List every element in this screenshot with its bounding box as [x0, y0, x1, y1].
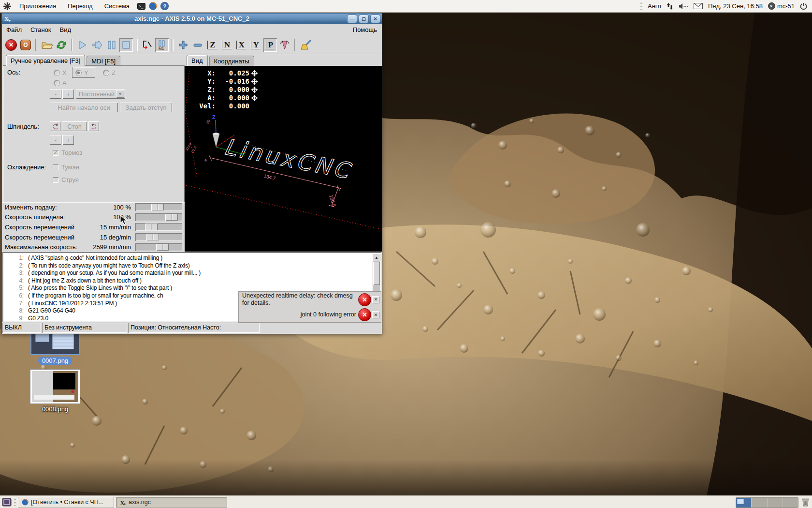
jog-minus-button[interactable]: -	[50, 89, 61, 99]
brake-checkbox[interactable]: ✓ Тормоз	[53, 149, 82, 156]
view-y-button[interactable]: Y	[249, 38, 262, 52]
clock-applet[interactable]: Пнд, 23 Сен, 16:58	[708, 2, 763, 10]
stop-button[interactable]	[119, 38, 133, 52]
maximize-button[interactable]: ▢	[359, 15, 369, 23]
gcode-line[interactable]: 2:( To run this code anyway you might ha…	[3, 262, 372, 270]
feed-override-slider[interactable]	[135, 203, 182, 211]
menu-help[interactable]: Помощь	[348, 24, 382, 36]
jog-increment-select[interactable]: Постоянный ▼	[76, 89, 125, 99]
menu-applications[interactable]: Приложения	[14, 0, 62, 12]
radio-axis-a[interactable]: A	[54, 79, 67, 87]
status-machine-state: ВЫКЛ	[2, 323, 41, 333]
menu-file[interactable]: Файл	[2, 24, 26, 36]
home-axis-button[interactable]: Найти начало оси	[50, 103, 118, 112]
run-button[interactable]	[76, 38, 89, 52]
help-launcher[interactable]: ?	[160, 1, 169, 11]
slider-handle[interactable]	[145, 224, 158, 230]
mail-icon[interactable]	[694, 3, 703, 9]
tab-manual-control[interactable]: Ручное управление [F3]	[6, 55, 85, 66]
scrollbar-thumb[interactable]	[373, 262, 380, 285]
separator	[35, 39, 37, 51]
workspace-switcher	[736, 497, 798, 508]
menu-places[interactable]: Переход	[62, 0, 99, 12]
main-menu-icon[interactable]	[3, 2, 12, 11]
open-file-button[interactable]	[40, 38, 54, 52]
optional-stop-button[interactable]: M1	[155, 38, 169, 52]
view-z-rotated-button[interactable]: N	[220, 38, 233, 52]
spindle-cw-button[interactable]	[88, 121, 99, 131]
radio-axis-z[interactable]: Z	[103, 69, 116, 76]
slider-handle[interactable]	[151, 204, 164, 210]
toggle-skip-lines-button[interactable]	[141, 38, 154, 52]
angular-jog-speed-slider[interactable]	[135, 233, 182, 241]
machine-power-button[interactable]: O	[19, 38, 32, 52]
view-x-button[interactable]: X	[234, 38, 248, 52]
host-applet[interactable]: × mc-51	[768, 2, 795, 10]
gcode-line[interactable]: 1:( AXIS "splash g-code" Not intended fo…	[3, 254, 372, 262]
jog-plus-button[interactable]: +	[62, 89, 74, 99]
view-z-icon: Z	[207, 41, 217, 49]
menu-view[interactable]: Вид	[56, 24, 76, 36]
view-perspective-button[interactable]: P	[263, 38, 277, 52]
spindle-override-slider[interactable]	[135, 213, 182, 221]
estop-button[interactable]: ✕	[4, 38, 18, 52]
keyboard-layout-applet[interactable]: Англ	[648, 2, 661, 10]
workspace-4[interactable]	[783, 498, 798, 508]
terminal-launcher[interactable]: >_	[136, 1, 146, 11]
notification-close-button[interactable]: ✕	[372, 296, 379, 303]
flood-checkbox[interactable]: Струя	[53, 176, 79, 183]
jog-speed-slider[interactable]	[135, 223, 182, 231]
spindle-label: Шпиндель:	[7, 123, 39, 130]
workspace-3[interactable]	[768, 498, 783, 508]
pause-button[interactable]	[105, 38, 118, 52]
max-velocity-slider[interactable]	[135, 243, 182, 251]
view-z-button[interactable]: Z	[205, 38, 219, 52]
layout-switch-icon[interactable]	[667, 2, 673, 10]
close-button[interactable]: ✕	[370, 15, 380, 23]
clear-plot-button[interactable]	[299, 38, 313, 52]
radio-axis-y[interactable]: Y	[75, 69, 88, 76]
workspace-1[interactable]	[736, 498, 752, 508]
mist-checkbox[interactable]: Туман	[53, 164, 79, 171]
scroll-up-icon[interactable]: ▲	[373, 254, 380, 261]
tab-mdi[interactable]: MDI [F5]	[87, 56, 120, 66]
gcode-line[interactable]: 3:( depending on your setup. As if you h…	[3, 269, 372, 277]
volume-muted-icon[interactable]	[679, 3, 688, 10]
slider-handle[interactable]	[146, 234, 159, 240]
menu-machine[interactable]: Станок	[26, 24, 56, 36]
touch-off-button[interactable]: Задать отступ	[120, 103, 172, 112]
spindle-slower-button[interactable]: -	[50, 135, 61, 145]
power-icon[interactable]	[800, 2, 807, 10]
workspace-2[interactable]	[752, 498, 767, 508]
backplot-preview[interactable]: LinuxCNC 134.7 136.5 310.9 -21.0 -29 -9 …	[185, 66, 382, 252]
icon-label[interactable]: 0007.png	[38, 357, 72, 365]
spindle-ccw-button[interactable]	[50, 121, 60, 131]
reload-button[interactable]	[55, 38, 68, 52]
rotate-view-button[interactable]	[278, 38, 291, 52]
gcode-line[interactable]: 4:( Hint jog the Z axis down a bit then …	[3, 277, 372, 285]
menu-system[interactable]: Система	[99, 0, 135, 12]
icon-label[interactable]: 0008.png	[38, 405, 72, 413]
titlebar[interactable]: X axis.ngc - AXIS 2.5.0 on MC-51_CNC_2 ─…	[2, 14, 382, 24]
run-from-line-button[interactable]	[90, 38, 104, 52]
task-firefox[interactable]: [Ответить • Станки с ЧП...	[18, 497, 114, 508]
tab-dro[interactable]: Координаты	[209, 56, 254, 66]
zoom-in-button[interactable]	[176, 38, 190, 52]
slider-handle[interactable]	[156, 244, 169, 251]
notification-close-button[interactable]: ✕	[372, 311, 379, 318]
radio-axis-x[interactable]: X	[54, 69, 67, 76]
trash-icon[interactable]	[801, 497, 810, 507]
slider-handle[interactable]	[165, 214, 178, 221]
thumbnail-0008[interactable]	[30, 370, 80, 403]
minimize-button[interactable]: ─	[347, 15, 357, 23]
tab-preview[interactable]: Вид	[187, 55, 208, 66]
firefox-launcher[interactable]	[148, 1, 158, 11]
svg-text:×: ×	[770, 4, 772, 9]
zoom-out-button[interactable]	[191, 38, 204, 52]
spindle-faster-button[interactable]: +	[62, 135, 74, 145]
spindle-stop-button[interactable]: Стоп	[62, 121, 87, 131]
desktop-icon-0008[interactable]: 0008.png	[30, 370, 80, 413]
show-desktop-icon[interactable]	[2, 498, 12, 507]
thumb-dot	[71, 390, 75, 393]
task-axis[interactable]: X axis.ngc	[116, 497, 227, 508]
